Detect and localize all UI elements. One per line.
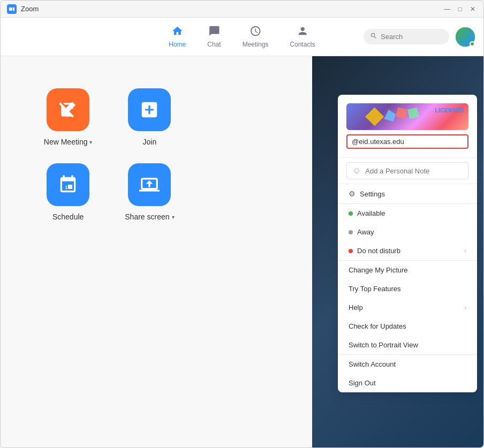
join-button[interactable] <box>128 88 171 131</box>
switch-account-label: Switch Account <box>349 360 396 368</box>
dnd-item[interactable]: Do not disturb › <box>338 241 477 260</box>
switch-account-item[interactable]: Switch Account <box>338 355 477 374</box>
check-updates-item[interactable]: Check for Updates <box>338 317 477 336</box>
new-meeting-action: New Meeting ▾ <box>43 88 93 146</box>
chat-icon <box>208 25 220 39</box>
schedule-button[interactable]: 19 <box>47 163 89 206</box>
zoom-logo-icon <box>7 4 17 14</box>
title-bar: Zoom — □ ✕ <box>1 1 483 18</box>
maximize-button[interactable]: □ <box>456 5 464 13</box>
search-input[interactable] <box>381 33 443 41</box>
top-features-label: Try Top Features <box>349 285 401 293</box>
portrait-view-label: Switch to Portrait View <box>349 341 418 349</box>
new-meeting-button[interactable] <box>47 88 89 131</box>
settings-icon: ⚙ <box>349 189 356 198</box>
sign-out-item[interactable]: Sign Out <box>338 374 477 392</box>
window-controls: — □ ✕ <box>443 5 477 13</box>
window-title: Zoom <box>21 5 39 13</box>
settings-item[interactable]: ⚙ Settings <box>338 184 477 203</box>
tab-meetings-label: Meetings <box>243 41 269 48</box>
action-grid: New Meeting ▾ Join 19 <box>43 88 175 221</box>
share-screen-action: Share screen ▾ <box>125 163 174 221</box>
home-icon <box>171 25 183 39</box>
available-item[interactable]: Available <box>338 204 477 223</box>
top-features-item[interactable]: Try Top Features <box>338 279 477 298</box>
check-updates-label: Check for Updates <box>349 322 406 330</box>
join-action: Join <box>125 88 174 146</box>
svg-marker-5 <box>396 107 407 119</box>
dnd-status-dot <box>349 249 353 253</box>
dnd-chevron-icon: › <box>464 247 466 255</box>
profile-email-row: @eid.utexas.edu <box>346 134 468 149</box>
nav-bar: Home Chat Meetings <box>1 18 483 56</box>
contacts-icon <box>297 25 308 39</box>
settings-label: Settings <box>360 190 385 198</box>
licensed-badge: LICENSED <box>435 108 464 113</box>
title-bar-left: Zoom <box>7 4 39 14</box>
away-item-left: Away <box>349 228 374 236</box>
tab-contacts-label: Contacts <box>290 41 315 48</box>
away-status-dot <box>349 230 353 234</box>
dnd-item-left: Do not disturb <box>349 247 400 255</box>
online-status-dot <box>470 41 475 47</box>
new-meeting-label: New Meeting ▾ <box>44 138 93 146</box>
personal-note-row[interactable]: ☺ <box>338 158 477 184</box>
search-icon <box>370 32 377 41</box>
change-picture-item[interactable]: Change My Picture <box>338 261 477 279</box>
schedule-label: Schedule <box>52 212 84 221</box>
avatar-button[interactable] <box>456 27 475 47</box>
tab-chat-label: Chat <box>207 41 221 48</box>
tab-contacts[interactable]: Contacts <box>279 21 326 52</box>
svg-text:19: 19 <box>65 185 71 190</box>
svg-marker-6 <box>407 107 419 119</box>
portrait-view-item[interactable]: Switch to Portrait View <box>338 336 477 354</box>
profile-header: LICENSED @eid.utexas.edu <box>338 95 477 158</box>
available-label: Available <box>357 209 385 217</box>
new-meeting-chevron: ▾ <box>89 139 92 145</box>
available-status-dot <box>349 211 353 216</box>
profile-email: @eid.utexas.edu <box>346 134 468 149</box>
app-window: Zoom — □ ✕ Home <box>0 0 484 448</box>
home-panel: New Meeting ▾ Join 19 <box>1 56 312 447</box>
profile-dropdown: LICENSED @eid.utexas.edu ☺ ⚙ Settings <box>338 95 477 392</box>
schedule-action: 19 Schedule <box>43 163 93 221</box>
share-screen-chevron: ▾ <box>172 214 175 220</box>
search-box[interactable] <box>364 29 449 44</box>
main-content: New Meeting ▾ Join 19 <box>1 56 483 447</box>
help-chevron-icon: › <box>464 304 466 312</box>
personal-note-wrapper[interactable]: ☺ <box>346 162 468 179</box>
share-screen-label: Share screen ▾ <box>125 212 174 221</box>
svg-marker-4 <box>384 110 396 122</box>
dnd-label: Do not disturb <box>357 247 400 255</box>
away-item[interactable]: Away <box>338 223 477 241</box>
help-item[interactable]: Help › <box>338 298 477 317</box>
join-label: Join <box>143 138 157 146</box>
minimize-button[interactable]: — <box>443 5 451 13</box>
svg-marker-3 <box>365 107 384 126</box>
sign-out-label: Sign Out <box>349 379 376 387</box>
help-label: Help <box>349 303 363 312</box>
away-label: Away <box>357 228 374 236</box>
available-item-left: Available <box>349 209 385 217</box>
change-picture-label: Change My Picture <box>349 266 408 274</box>
nav-tabs: Home Chat Meetings <box>158 21 326 52</box>
share-screen-button[interactable] <box>128 163 171 206</box>
personal-note-input[interactable] <box>365 167 463 175</box>
profile-banner: LICENSED <box>346 103 468 130</box>
close-button[interactable]: ✕ <box>468 5 477 13</box>
help-item-left: Help <box>349 303 363 312</box>
settings-item-left: ⚙ Settings <box>349 189 385 198</box>
tab-home-label: Home <box>169 41 186 48</box>
tab-home[interactable]: Home <box>158 21 196 52</box>
tab-chat[interactable]: Chat <box>196 21 231 52</box>
meetings-icon <box>249 25 261 39</box>
nav-right <box>364 27 475 47</box>
emoji-icon: ☺ <box>352 166 361 176</box>
tab-meetings[interactable]: Meetings <box>232 21 279 52</box>
